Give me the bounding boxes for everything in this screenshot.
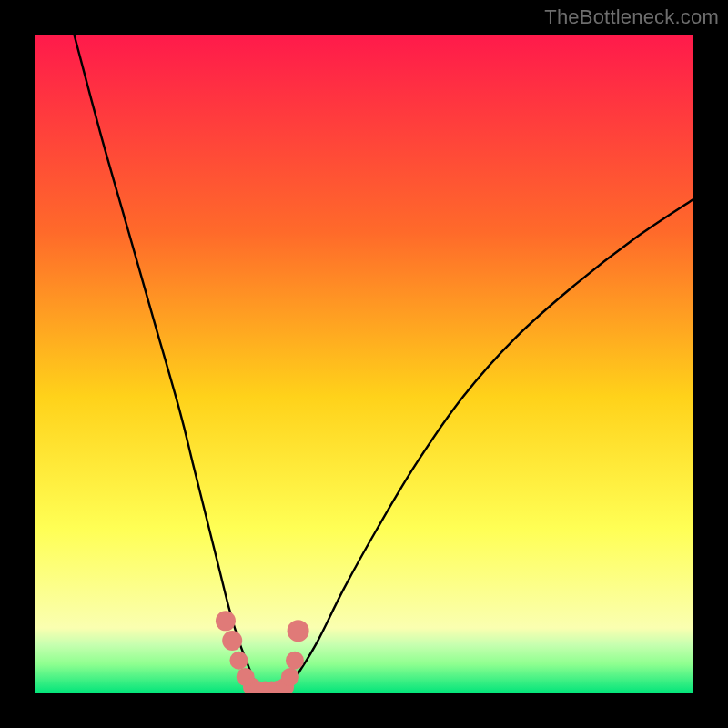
highlight-dot	[216, 611, 236, 631]
highlight-dot	[286, 652, 304, 670]
watermark-text: TheBottleneck.com	[544, 5, 719, 29]
curve-left-branch	[74, 35, 258, 693]
outer-frame: TheBottleneck.com	[0, 0, 728, 728]
curve-layer	[35, 35, 693, 693]
highlight-dot	[222, 631, 242, 651]
highlight-dot	[288, 620, 309, 642]
highlight-dot	[229, 652, 248, 670]
curve-right-branch	[285, 199, 693, 693]
plot-area	[35, 35, 693, 693]
highlight-dot	[281, 668, 299, 686]
